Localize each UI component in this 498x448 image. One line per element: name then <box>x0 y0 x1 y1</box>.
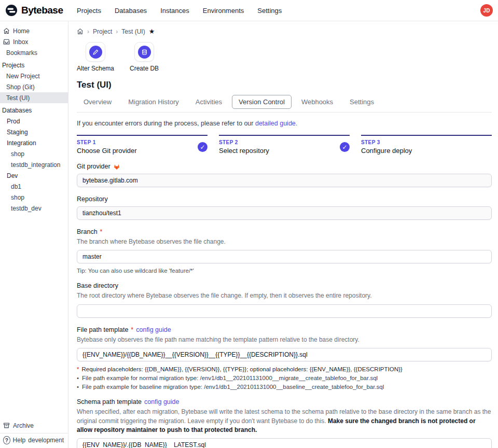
file-path-config-guide-link[interactable]: config guide <box>136 326 171 333</box>
home-icon <box>3 27 10 34</box>
user-avatar[interactable]: JD <box>480 4 493 17</box>
create-db-label: Create DB <box>130 65 159 72</box>
archive-icon <box>3 422 10 429</box>
base-directory-input[interactable] <box>77 304 492 318</box>
nav-instances[interactable]: Instances <box>160 7 189 15</box>
file-path-example-baseline: • File path example for baseline migrati… <box>77 384 492 390</box>
schema-path-template-help: When specified, after each migration, By… <box>77 408 492 435</box>
breadcrumb-test-ui[interactable]: Test (UI) <box>121 28 145 35</box>
schema-path-template-input[interactable] <box>77 438 492 448</box>
quick-actions: Alter Schema Create DB <box>77 42 492 72</box>
base-directory-help: The root directory where Bytebase observ… <box>77 291 492 300</box>
branch-tip: Tip: You can also use wildcard like 'fea… <box>77 268 492 274</box>
bytebase-logo[interactable]: Bytebase <box>5 4 70 17</box>
tab-activities[interactable]: Activities <box>189 95 229 109</box>
bullet-icon: • <box>77 384 79 390</box>
file-path-template-input[interactable] <box>77 348 492 361</box>
sidebar-env-dev[interactable]: Dev <box>0 170 68 181</box>
page-title: Test (UI) <box>77 80 492 90</box>
sidebar-db-shop-dev[interactable]: shop <box>0 192 68 203</box>
alter-schema-tile <box>86 42 105 62</box>
breadcrumb-home-icon[interactable] <box>77 28 84 35</box>
create-db-button[interactable]: Create DB <box>130 42 159 72</box>
brand-name: Bytebase <box>21 5 63 16</box>
sidebar-item-new-project[interactable]: New Project <box>0 71 68 81</box>
top-nav-links: Projects Databases Instances Environment… <box>77 7 282 15</box>
branch-help: The branch where Bytebase observes the f… <box>77 237 492 246</box>
detailed-guide-link[interactable]: detailed guide. <box>255 120 297 127</box>
repository-label: Repository <box>77 195 492 203</box>
step-1: STEP 1 Choose Git provider ✓ <box>77 135 208 155</box>
git-provider-field: Git provider <box>77 163 492 187</box>
nav-environments[interactable]: Environments <box>203 7 244 15</box>
create-db-tile <box>134 42 154 62</box>
sidebar-item-label: Home <box>13 27 30 35</box>
sidebar-env-prod[interactable]: Prod <box>0 116 68 127</box>
help-label[interactable]: Help <box>13 437 26 444</box>
step-2: STEP 2 Select repository ✓ <box>219 135 350 155</box>
sidebar-divider <box>0 433 68 433</box>
sidebar-db-testdb-integration[interactable]: testdb_integration <box>0 159 68 170</box>
gitlab-icon <box>113 163 120 170</box>
base-directory-field: Base directory The root directory where … <box>77 282 492 317</box>
help-icon[interactable]: ? <box>3 436 10 444</box>
required-asterisk: * <box>100 228 103 235</box>
sidebar-env-integration[interactable]: Integration <box>0 137 68 148</box>
file-path-example-normal: • File path example for normal migration… <box>77 375 492 381</box>
step-2-label: STEP 2 <box>219 139 269 145</box>
file-path-required-note: * Required placeholders: {{DB_NAME}}, {{… <box>77 366 492 372</box>
bytebase-logo-icon <box>5 4 18 17</box>
step-1-label: STEP 1 <box>77 139 137 145</box>
top-navbar: Bytebase Projects Databases Instances En… <box>0 0 498 21</box>
repository-input[interactable] <box>77 206 492 220</box>
tab-settings[interactable]: Settings <box>343 95 381 109</box>
base-directory-label: Base directory <box>77 282 492 289</box>
sidebar-item-home[interactable]: Home <box>0 25 68 36</box>
bullet-icon: • <box>77 375 79 381</box>
sidebar-item-bookmarks[interactable]: Bookmarks <box>0 47 68 58</box>
alter-schema-label: Alter Schema <box>77 65 114 72</box>
step-3: STEP 3 Configure deploy <box>361 135 492 155</box>
sidebar-item-shop-git[interactable]: Shop (Git) <box>0 81 68 92</box>
inbox-icon <box>3 38 10 45</box>
sidebar-db-shop-integration[interactable]: shop <box>0 148 68 159</box>
sidebar-section-projects[interactable]: Projects <box>0 60 68 71</box>
sidebar-item-label: Inbox <box>13 38 28 46</box>
tab-webhooks[interactable]: Webhooks <box>295 95 340 109</box>
alter-schema-button[interactable]: Alter Schema <box>77 42 114 72</box>
tab-migration-history[interactable]: Migration History <box>121 95 186 109</box>
sidebar-bottom: Archive ? Help development <box>0 420 68 448</box>
nav-projects[interactable]: Projects <box>77 7 101 15</box>
step-3-label: STEP 3 <box>361 139 412 145</box>
sidebar-item-inbox[interactable]: Inbox <box>0 36 68 47</box>
step-1-check-icon: ✓ <box>198 142 208 152</box>
git-provider-input[interactable] <box>77 174 492 187</box>
git-provider-label: Git provider <box>77 163 492 170</box>
tab-bar: Overview Migration History Activities Ve… <box>77 95 492 113</box>
tab-overview[interactable]: Overview <box>77 95 118 109</box>
breadcrumb-separator: › <box>87 28 89 35</box>
branch-input[interactable] <box>77 250 492 263</box>
file-path-template-label: File path template * config guide <box>77 326 492 333</box>
sidebar-db-db1[interactable]: db1 <box>0 181 68 192</box>
nav-databases[interactable]: Databases <box>115 7 147 15</box>
edit-pencil-icon <box>89 46 102 59</box>
schema-path-config-guide-link[interactable]: config guide <box>144 398 179 405</box>
tab-version-control[interactable]: Version Control <box>232 95 292 109</box>
sidebar-section-databases[interactable]: Databases <box>0 105 68 116</box>
sidebar-env-staging[interactable]: Staging <box>0 127 68 137</box>
bookmark-star-icon[interactable]: ★ <box>149 27 155 35</box>
schema-path-template-field: Schema path template config guide When s… <box>77 398 492 448</box>
breadcrumb: › Project › Test (UI) ★ <box>77 27 492 35</box>
sidebar-item-test-ui[interactable]: Test (UI) <box>0 92 68 103</box>
sidebar-db-testdb-dev[interactable]: testdb_dev <box>0 203 68 214</box>
sidebar-item-archive[interactable]: Archive <box>0 420 68 431</box>
intro-text: If you encounter errors during the proce… <box>77 120 492 127</box>
version-label: development <box>28 437 65 444</box>
left-sidebar: Home Inbox Bookmarks Projects New Projec… <box>0 21 68 448</box>
step-3-title: Configure deploy <box>361 147 412 155</box>
schema-path-template-label: Schema path template config guide <box>77 398 492 405</box>
nav-settings[interactable]: Settings <box>257 7 282 15</box>
step-indicator: STEP 1 Choose Git provider ✓ STEP 2 Sele… <box>77 135 492 155</box>
breadcrumb-project[interactable]: Project <box>93 28 112 35</box>
